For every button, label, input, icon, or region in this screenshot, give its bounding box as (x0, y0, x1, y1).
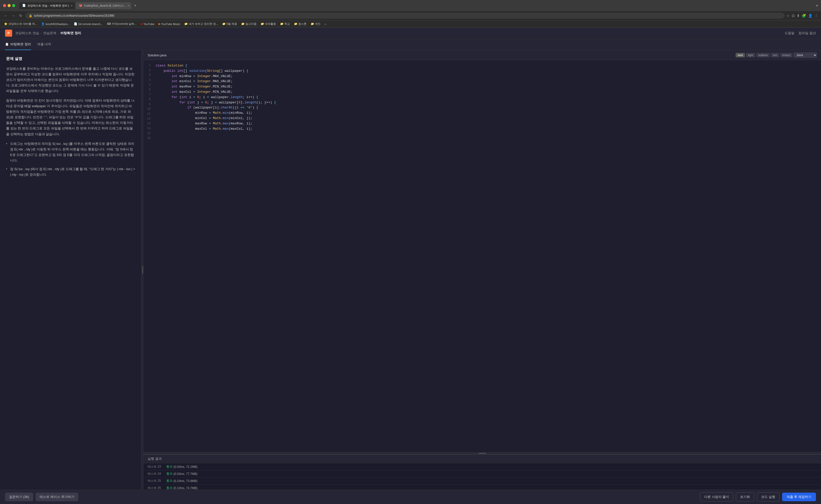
code-line-14: minCol = Math.min(minCol, j); (153, 116, 821, 121)
editor-filename: Solution.java (148, 53, 166, 57)
bookmark-star-icon[interactable]: ☆ (786, 14, 790, 18)
tabs-nav: 📋 바탕화면 정리 제출 내역 (0, 39, 821, 50)
result-detail-23: (0.03ms, 72.1MB) (173, 465, 197, 469)
help-link[interactable]: 도움말 (785, 31, 794, 35)
bookmark-capstone[interactable]: 📁 컴스톤 (293, 21, 308, 26)
bookmark-school[interactable]: 📁 학교 (279, 21, 291, 26)
code-line-12: if (wallpaper[i].charAt(j) == '#') { (153, 105, 821, 110)
bookmark-icon-2: 👤 (41, 22, 45, 26)
main-content: 문제 설명 코딩테스트를 준비하는 머쓱이는 프로그래머스에서 문제를 풀고 나… (0, 50, 821, 490)
tab-favicon-2: 🐙 (79, 4, 82, 7)
tab-problem[interactable]: 📋 바탕화면 정리 (5, 39, 31, 50)
new-tab-button[interactable]: + (132, 3, 138, 8)
code-line-11: for (int j = 0; j < wallpaper[0].length(… (153, 100, 821, 105)
bookmark-activities[interactable]: 📁 대외활동 (260, 21, 277, 26)
bookmark-label-2: tony9402/baekjoo... (45, 22, 70, 26)
reading-mode-icon[interactable]: ⊡ (792, 14, 795, 18)
bookmark-baekjoo[interactable]: 👤 tony9402/baekjoo... (40, 22, 71, 26)
problem-paragraph-1: 코딩테스트를 준비하는 머쓱이는 프로그래머스에서 문제를 풀고 나중에 다시 … (6, 66, 135, 94)
result-row-26: 테스트 26 통과 (0.13ms, 74.7MB) (144, 485, 821, 490)
bookmark-may-hiring[interactable]: 📁 5월 채용 (221, 21, 238, 26)
bookmark-git-remote[interactable]: 📄 Git remote branch... (73, 22, 104, 26)
tabs-bar: 📄 코딩테스트 연습 - 바탕화면 정리 | ✕ 🐙 CodingTest_Ja… (19, 2, 814, 9)
bookmark-my-notes[interactable]: 📁 내가 보려고 정리한 정... (183, 21, 219, 26)
profile-icon[interactable]: 👤 (808, 14, 812, 18)
bookmark-icon-8: 📁 (222, 22, 226, 26)
compile-options-link[interactable]: 컴파일 옵션 (799, 31, 816, 35)
back-button[interactable]: ← (3, 13, 9, 18)
list-item-1: 드래그는 바탕화면의 격자점 S( lux , luy )를 마우스 왼쪽 버튼… (6, 141, 135, 163)
bookmark-coding-test[interactable]: ⭐ 코딩테스트 대비를 위... (3, 21, 38, 26)
editor-results-divider[interactable] (144, 452, 821, 454)
forward-button[interactable]: → (11, 13, 16, 18)
code-editor[interactable]: 12345 678910 1112131415 16 class Solutio… (144, 60, 821, 452)
submit-button[interactable]: 제출 후 채점하기 (782, 493, 816, 501)
list-item-2: 점 S( lux , luy )에서 점 E( rdx , rdy )로 드래그… (6, 166, 135, 177)
bookmarks-more-button[interactable]: » (325, 22, 326, 26)
theme-vim-button[interactable]: vim (771, 53, 779, 57)
result-label-23: 테스트 23 (148, 465, 165, 469)
code-line-1: class Solution { (153, 63, 821, 68)
tab-submissions[interactable]: 제출 내역 (37, 39, 51, 50)
bookmark-label-12: 컴스톤 (298, 22, 307, 26)
result-status-23: 통과 (166, 465, 172, 469)
code-line-2: public int[] solution(String[] wallpaper… (153, 68, 821, 74)
panel-resize-divider[interactable] (142, 50, 144, 490)
minimize-window-button[interactable] (8, 4, 11, 7)
other-solution-button[interactable]: 다른 사람의 풀이 (700, 492, 733, 501)
bookmark-icon-3: 📄 (74, 22, 77, 26)
address-bar: ← → ↻ 🔒 school.programmers.co.kr/learn/c… (0, 11, 821, 20)
bottom-bar: 질문하기 (36) 테스트 케이스 추가하기 다른 사람의 풀이 초기화 코드 … (0, 490, 821, 504)
breadcrumb-current: 바탕화면 정리 (60, 31, 81, 35)
bookmark-algorithm[interactable]: 📁 알고리즘 (240, 21, 258, 26)
share-icon[interactable]: ⬆ (797, 14, 800, 18)
result-label-25: 테스트 25 (148, 479, 165, 483)
bookmark-youtube[interactable]: ▶ YouTube (140, 22, 155, 26)
editor-panel: Solution.java dark light sublime vim ema… (144, 50, 821, 490)
code-line-5: int minCol = Integer.MAX_VALUE; (153, 79, 821, 84)
breadcrumb-item-1[interactable]: 코딩테스트 연습 (15, 31, 39, 35)
bookmark-icon-11: 📁 (280, 22, 284, 26)
bookmark-icon-12: 📁 (294, 22, 298, 26)
code-content[interactable]: class Solution { public int[] solution(S… (153, 60, 821, 452)
header-right: 도움말 컴파일 옵션 (785, 31, 816, 35)
tab-coding-test[interactable]: 📄 코딩테스트 연습 - 바탕화면 정리 | ✕ (19, 2, 75, 9)
bookmark-personal[interactable]: 📁 개인 (310, 21, 322, 26)
close-window-button[interactable] (3, 4, 6, 7)
vertical-handle (478, 453, 486, 454)
code-line-16: maxCol = Math.max(maxCol, i); (153, 126, 821, 132)
theme-light-button[interactable]: light (746, 53, 755, 57)
maximize-window-button[interactable] (12, 4, 15, 7)
ask-count-label: (36) (23, 495, 29, 499)
url-bar[interactable]: 🔒 school.programmers.co.kr/learn/courses… (25, 13, 784, 19)
tab-close-1[interactable]: ✕ (71, 4, 73, 7)
breadcrumb-item-2[interactable]: 연습문제 (43, 31, 56, 35)
code-line-8: int maxCol = Integer.MIN_VALUE; (153, 89, 821, 95)
bookmark-label-5: YouTube (144, 22, 154, 26)
reset-button[interactable]: 초기화 (736, 492, 754, 501)
bookmark-label-1: 코딩테스트 대비를 위... (8, 22, 37, 26)
problem-body: 문제 설명 코딩테스트를 준비하는 머쓱이는 프로그래머스에서 문제를 풀고 나… (0, 50, 141, 490)
theme-sublime-button[interactable]: sublime (756, 53, 770, 57)
tab-dropdown-button[interactable]: ▾ (816, 4, 818, 8)
browser-frame: 📄 코딩테스트 연습 - 바탕화면 정리 | ✕ 🐙 CodingTest_Ja… (0, 0, 821, 504)
add-test-case-button[interactable]: 테스트 케이스 추가하기 (36, 493, 78, 501)
extension-icon[interactable]: 🧩 (802, 14, 806, 18)
tab-close-2[interactable]: ✕ (127, 4, 129, 7)
ask-button[interactable]: 질문하기 (36) (5, 493, 33, 501)
ask-button-label: 질문하기 (9, 495, 22, 499)
result-row-23: 테스트 23 통과 (0.03ms, 72.1MB) (144, 463, 821, 470)
bookmark-label-4: 커밋(commit) 날짜... (112, 22, 137, 26)
theme-emacs-button[interactable]: emacs (780, 53, 792, 57)
language-selector[interactable]: Java Python3 C++ JavaScript (793, 52, 817, 58)
bookmark-commit[interactable]: ⌨ 커밋(commit) 날짜... (106, 21, 138, 26)
bookmark-youtube-music[interactable]: ▶ YouTube Music (157, 22, 181, 26)
refresh-button[interactable]: ↻ (18, 13, 23, 18)
run-code-button[interactable]: 코드 실행 (757, 492, 780, 501)
theme-dark-button[interactable]: dark (736, 53, 745, 57)
menu-icon[interactable]: ⋮ (814, 14, 818, 18)
app-logo: P (5, 30, 12, 37)
tab-github[interactable]: 🐙 CodingTest_Java/프로그래머스/... ✕ (76, 2, 131, 9)
problem-list: 드래그는 바탕화면의 격자점 S( lux , luy )를 마우스 왼쪽 버튼… (6, 141, 135, 178)
bookmark-label-8: 5월 채용 (226, 22, 237, 26)
